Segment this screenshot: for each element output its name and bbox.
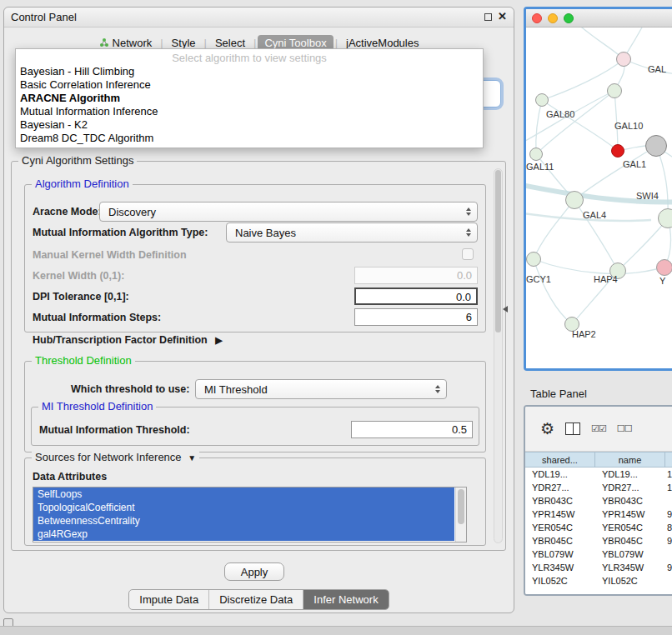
column-header-name[interactable]: name <box>595 452 665 467</box>
algorithm-option[interactable]: Basic Correlation Inference <box>16 78 483 92</box>
attribute-list-scrollbar-thumb[interactable] <box>458 489 464 524</box>
table-row[interactable]: YER054C YER054C 8. <box>525 521 672 534</box>
select-all-columns-icon[interactable]: ☑☑ <box>591 423 606 434</box>
table-toolbar: ⚙ ☑☑ ☐☐ <box>525 407 672 452</box>
mi-threshold-field[interactable]: 0.5 <box>351 421 473 438</box>
algorithm-option[interactable]: Dream8 DC_TDC Algorithm <box>16 132 483 145</box>
table-row[interactable]: YBR043C YBR043C <box>525 494 672 508</box>
cell-value: 12 <box>665 482 672 492</box>
aracne-mode-label: Aracne Mode: <box>33 206 102 218</box>
bottom-status-bar <box>0 626 672 635</box>
tab-impute-data[interactable]: Impute Data <box>129 590 209 609</box>
float-window-icon[interactable] <box>484 13 492 21</box>
mi-threshold-label: Mutual Information Threshold: <box>39 424 190 436</box>
expand-arrow-icon: ▶ <box>215 335 222 346</box>
hub-section-toggle[interactable]: Hub/Transcription Factor Definition ▶ <box>33 334 223 346</box>
cell-shared: YDR27... <box>525 482 595 492</box>
network-node[interactable] <box>535 93 549 107</box>
network-node[interactable] <box>611 144 624 158</box>
cell-name: YLR345W <box>595 562 665 572</box>
kernel-width-field[interactable]: 0.0 <box>354 267 478 284</box>
table-row[interactable]: YLR345W YLR345W 9. <box>525 561 672 574</box>
mi-threshold-group-title: MI Threshold Definition <box>38 400 156 412</box>
cyni-bottom-tabbar: Impute Data Discretize Data Infer Networ… <box>4 589 514 610</box>
network-node[interactable] <box>529 148 543 161</box>
algorithm-definition-title: Algorithm Definition <box>32 178 133 190</box>
data-attributes-label: Data Attributes <box>33 471 107 482</box>
attribute-item[interactable]: BetweennessCentrality <box>33 514 454 528</box>
splitter-collapse-icon[interactable] <box>503 306 508 312</box>
deselect-all-columns-icon[interactable]: ☐☐ <box>617 423 632 434</box>
gear-icon[interactable]: ⚙ <box>540 421 554 437</box>
settings-scrollbar-thumb[interactable] <box>495 170 501 332</box>
minimize-traffic-light[interactable] <box>548 13 558 23</box>
mi-type-value: Naive Bayes <box>235 227 296 239</box>
table-row[interactable]: YDL19... YDL19... 13 <box>525 468 672 481</box>
dpi-tolerance-label: DPI Tolerance [0,1]: <box>33 291 129 302</box>
network-node[interactable] <box>607 83 622 98</box>
table-row[interactable]: YIL052C YIL052C <box>525 574 672 588</box>
mi-steps-field[interactable]: 6 <box>354 308 478 326</box>
close-icon[interactable]: ✕ <box>498 10 507 22</box>
table-row[interactable]: YBL079W YBL079W <box>525 548 672 561</box>
table-row[interactable]: YPR145W YPR145W 9. <box>525 508 672 521</box>
node-label: GAL10 <box>614 121 643 131</box>
control-panel-title: Control Panel <box>11 11 77 23</box>
node-label: GAL1 <box>623 159 646 169</box>
manual-kernel-checkbox[interactable] <box>462 248 474 260</box>
sources-group-toggle[interactable]: Sources for Network Inference ▼ <box>32 451 199 463</box>
network-node[interactable] <box>616 52 631 67</box>
cyni-algorithm-settings-title: Cyni Algorithm Settings <box>18 154 137 167</box>
attribute-list-scrollbar[interactable] <box>455 488 466 542</box>
algorithm-option-selected[interactable]: ARACNE Algorithm <box>16 92 483 105</box>
network-window-titlebar[interactable] <box>526 9 672 28</box>
network-node[interactable] <box>656 259 672 276</box>
algorithm-option[interactable]: Mutual Information Inference <box>16 105 483 118</box>
aracne-mode-select[interactable]: Discovery <box>99 202 478 222</box>
cell-shared: YER054C <box>525 522 595 532</box>
node-label: GCY1 <box>526 274 551 284</box>
network-view-window: GAL GAL80 GAL10 GAL11 GAL1 SWI4 GAL4 GCY… <box>524 7 672 371</box>
network-node[interactable] <box>658 208 672 228</box>
table-body: YDL19... YDL19... 13 YDR27... YDR27... 1… <box>525 468 672 594</box>
tab-infer-network[interactable]: Infer Network <box>303 590 388 609</box>
close-traffic-light[interactable] <box>532 13 542 23</box>
cell-shared: YLR345W <box>525 562 595 572</box>
network-node[interactable] <box>526 252 541 267</box>
algorithm-option[interactable]: Bayesian - K2 <box>16 118 483 132</box>
table-row[interactable]: YDR27... YDR27... 12 <box>525 481 672 494</box>
manual-kernel-label: Manual Kernel Width Definition <box>33 249 187 261</box>
columns-icon[interactable] <box>565 422 580 435</box>
zoom-traffic-light[interactable] <box>564 13 574 23</box>
tab-style-label: Style <box>172 37 196 49</box>
settings-scrollbar[interactable] <box>494 168 503 543</box>
attribute-item[interactable]: SelfLoops <box>33 488 454 501</box>
control-panel-window: Control Panel ✕ Network | Style | Sele <box>3 7 514 613</box>
which-threshold-select[interactable]: MI Threshold <box>195 379 447 399</box>
cell-value: 9. <box>665 536 672 546</box>
table-row[interactable]: YBR045C YBR045C 9. <box>525 534 672 548</box>
aracne-mode-value: Discovery <box>108 206 156 218</box>
column-header-shared[interactable]: shared... <box>525 452 595 467</box>
cell-shared: YDL19... <box>525 469 595 479</box>
which-threshold-value: MI Threshold <box>204 383 268 396</box>
algorithm-option[interactable]: Bayesian - Hill Climbing <box>16 65 483 78</box>
network-node[interactable] <box>565 191 584 209</box>
attribute-item[interactable]: TopologicalCoefficient <box>33 501 454 514</box>
apply-button[interactable]: Apply <box>224 562 284 581</box>
mi-steps-label: Mutual Information Steps: <box>33 312 161 323</box>
node-label: GAL4 <box>583 210 606 220</box>
attribute-item[interactable]: gal4RGexp <box>33 528 454 541</box>
mi-type-select[interactable]: Naive Bayes <box>226 222 478 242</box>
network-node[interactable] <box>645 135 667 157</box>
cell-shared: YIL052C <box>525 576 595 586</box>
cell-name: YPR145W <box>595 509 665 519</box>
control-panel-titlebar[interactable]: Control Panel ✕ <box>4 8 514 28</box>
cell-shared: YBL079W <box>525 549 595 559</box>
column-header-extra[interactable] <box>665 452 672 467</box>
tab-discretize-data[interactable]: Discretize Data <box>209 590 303 609</box>
network-canvas[interactable]: GAL GAL80 GAL10 GAL11 GAL1 SWI4 GAL4 GCY… <box>526 28 672 368</box>
data-attributes-list[interactable]: SelfLoops TopologicalCoefficient Between… <box>33 487 467 542</box>
algorithm-popup-hint: Select algorithm to view settings <box>16 49 483 65</box>
dpi-tolerance-field[interactable]: 0.0 <box>354 288 478 305</box>
